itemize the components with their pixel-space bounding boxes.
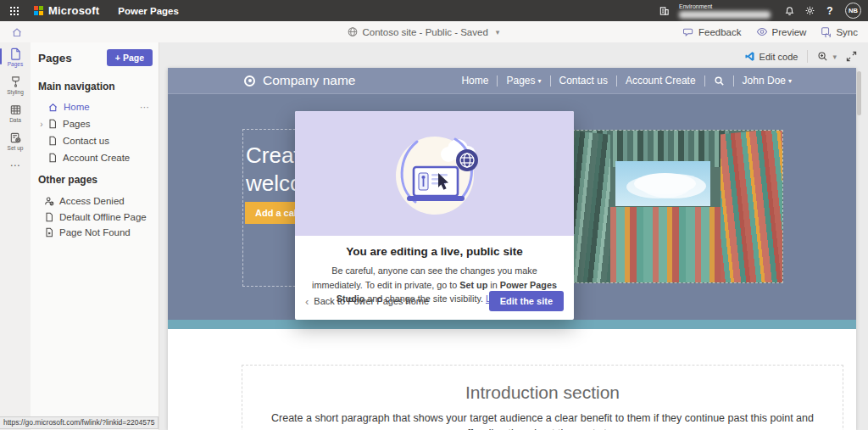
data-table-icon [9, 103, 22, 116]
person-denied-icon [44, 196, 54, 206]
introduction-title[interactable]: Introduction section [242, 383, 843, 403]
page-error-icon [44, 227, 54, 237]
sync-icon [821, 26, 832, 37]
page-item-home[interactable]: Home ⋯ [31, 98, 155, 115]
topbar-actions: Environment ? NB [654, 0, 861, 21]
hero-image[interactable] [542, 130, 783, 283]
rail-item-styling[interactable]: Styling [0, 70, 31, 98]
page-icon [47, 136, 58, 146]
link-status-url: https://go.microsoft.com/fwlink/?linkid=… [0, 416, 159, 429]
introduction-body[interactable]: Create a short paragraph that shows your… [266, 410, 819, 430]
page-icon [47, 153, 58, 163]
user-avatar[interactable]: NB [845, 3, 861, 19]
company-name[interactable]: Company name [263, 73, 355, 88]
chevron-right-icon[interactable]: › [36, 120, 47, 129]
help-icon[interactable]: ? [820, 0, 840, 21]
live-site-warning-dialog: You are editing a live, public site Be c… [295, 111, 574, 320]
page-icon [44, 212, 54, 222]
canvas-toolbar: Edit code ▾ [744, 50, 857, 63]
avatar-initials: NB [849, 7, 858, 14]
styling-icon [9, 75, 22, 88]
site-nav-account-create[interactable]: Account Create [626, 75, 696, 87]
page-item-contact-us[interactable]: Contact us [31, 132, 155, 149]
pages-icon [9, 47, 22, 60]
microsoft-logo-icon [34, 6, 43, 15]
edit-code-label: Edit code [760, 52, 798, 62]
app-launcher-waffle-icon[interactable] [3, 0, 25, 21]
notifications-bell-icon[interactable] [779, 0, 799, 21]
section-divider-strip [168, 320, 856, 329]
site-nav-user-menu[interactable]: John Doe ▾ [743, 75, 792, 87]
dialog-title: You are editing a live, public site [295, 245, 574, 258]
page-item-not-found[interactable]: Page Not Found [31, 224, 155, 241]
introduction-text-region[interactable]: Introduction section Create a short para… [242, 365, 843, 430]
site-nav: Home Pages ▾ Contact us Account Create [461, 75, 792, 87]
product-name[interactable]: Power Pages [118, 6, 179, 16]
company-logo-icon [244, 75, 255, 87]
zoom-dropdown[interactable]: ▾ [817, 51, 837, 62]
environment-label: Environment [679, 3, 771, 10]
other-pages-header: Other pages [38, 174, 97, 186]
dialog-illustration [295, 111, 574, 236]
studio-home-icon[interactable] [11, 26, 23, 38]
page-item-account-create[interactable]: Account Create [31, 149, 155, 166]
design-canvas: Edit code ▾ Company name Home Pages [159, 42, 868, 430]
main-navigation-header: Main navigation [38, 81, 115, 92]
fullscreen-expand-icon[interactable] [846, 51, 857, 62]
environment-name-redacted [679, 11, 771, 19]
edit-code-button[interactable]: Edit code [744, 51, 798, 62]
vscode-icon [744, 51, 755, 62]
dialog-footer: ‹ Back to Power Pages home Edit the site [305, 291, 564, 311]
site-header[interactable]: Company name Home Pages ▾ Contact us Acc… [168, 68, 856, 94]
chevron-down-icon: ▾ [788, 77, 792, 85]
page-more-icon[interactable]: ⋯ [140, 102, 150, 113]
rail-item-data[interactable]: Data [0, 98, 31, 126]
feedback-icon [683, 26, 694, 37]
add-page-button[interactable]: + Page [107, 49, 153, 66]
panel-title: Pages [38, 52, 72, 64]
zoom-magnifier-icon [817, 51, 828, 62]
feedback-label: Feedback [698, 27, 742, 37]
settings-gear-icon[interactable] [799, 0, 820, 21]
setup-icon [9, 131, 22, 144]
preview-button[interactable]: Preview [756, 26, 807, 37]
canvas-scrollbar[interactable] [857, 71, 861, 115]
page-item-access-denied[interactable]: Access Denied [31, 193, 155, 209]
environment-picker[interactable]: Environment [679, 3, 771, 19]
page-item-default-offline[interactable]: Default Offline Page [31, 209, 155, 226]
sync-label: Sync [836, 27, 858, 37]
globe-icon [347, 26, 358, 37]
sync-button[interactable]: Sync [821, 26, 858, 37]
page-icon [47, 119, 58, 129]
microsoft-brand-text: Microsoft [48, 4, 99, 17]
back-to-home-link[interactable]: ‹ Back to Power Pages home [305, 296, 429, 307]
site-search-icon[interactable] [714, 75, 725, 87]
introduction-section: Introduction section Create a short para… [168, 329, 856, 430]
app-top-bar: Microsoft Power Pages Environment ? [0, 0, 868, 21]
edit-the-site-button[interactable]: Edit the site [489, 291, 564, 311]
preview-label: Preview [772, 27, 807, 37]
toolbar-divider [807, 50, 808, 63]
building-environment-icon [654, 0, 674, 21]
toolbar-actions: Feedback Preview Sync [683, 26, 858, 37]
site-status-dropdown[interactable]: Contoso site - Public - Saved ▾ [347, 26, 499, 37]
left-nav-rail: Pages Styling Data Set up ⋯ [0, 42, 31, 430]
site-status-text: Contoso site - Public - Saved [362, 27, 487, 37]
site-nav-contact[interactable]: Contact us [559, 75, 608, 87]
site-nav-home[interactable]: Home [461, 75, 488, 87]
chevron-left-icon: ‹ [305, 296, 309, 307]
home-icon [47, 102, 58, 113]
pages-panel: Pages + Page Main navigation Home ⋯ › Pa… [31, 42, 159, 430]
laptop-globe-illustration-icon [371, 122, 498, 226]
feedback-button[interactable]: Feedback [683, 26, 742, 37]
chevron-down-icon: ▾ [496, 28, 500, 36]
rail-more-icon[interactable]: ⋯ [0, 154, 31, 176]
rail-item-pages[interactable]: Pages [0, 42, 31, 70]
chevron-down-icon: ▾ [832, 53, 837, 61]
rail-item-setup[interactable]: Set up [0, 126, 31, 154]
page-item-pages[interactable]: › Pages [31, 115, 155, 132]
chevron-down-icon: ▾ [538, 77, 542, 85]
eye-preview-icon [756, 26, 768, 37]
site-nav-pages[interactable]: Pages ▾ [506, 75, 541, 87]
studio-toolbar: Contoso site - Public - Saved ▾ Feedback… [0, 21, 868, 42]
